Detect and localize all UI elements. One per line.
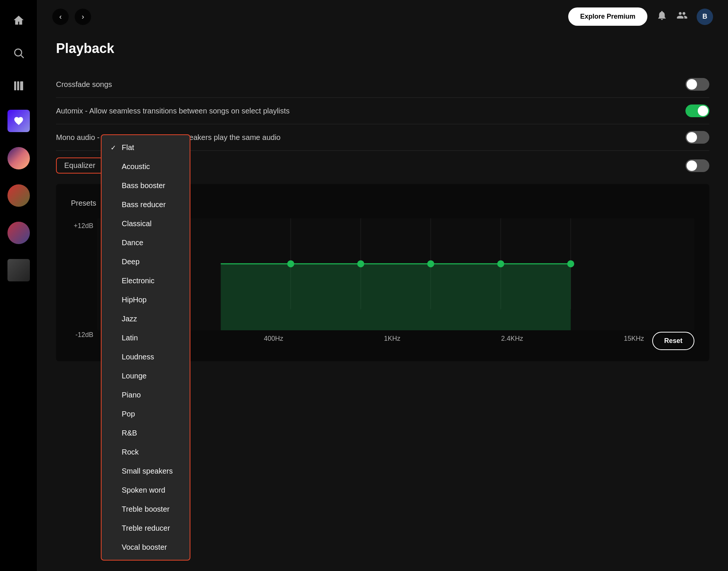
- preset-label-lounge: Lounge: [122, 372, 147, 380]
- preset-label-vocal-booster: Vocal booster: [122, 543, 167, 552]
- preset-item-vocal-booster[interactable]: Vocal booster: [102, 538, 190, 557]
- svg-rect-4: [20, 81, 23, 90]
- preset-item-deep[interactable]: Deep: [102, 252, 190, 271]
- equalizer-toggle-knob: [687, 160, 697, 171]
- sidebar-item-home[interactable]: [10, 11, 28, 29]
- preset-label-small-speakers: Small speakers: [122, 467, 173, 475]
- playlist-avatar-1[interactable]: [7, 147, 30, 169]
- eq-point-5[interactable]: [567, 260, 574, 268]
- automix-label: Automix - Allow seamless transitions bet…: [56, 107, 290, 115]
- sidebar: [0, 0, 37, 571]
- preset-label-flat: Flat: [122, 143, 134, 152]
- preset-item-classical[interactable]: Classical: [102, 214, 190, 233]
- eq-point-2[interactable]: [357, 260, 364, 268]
- freq-label-2: 400Hz: [264, 335, 283, 343]
- page-title: Playback: [56, 41, 709, 56]
- sidebar-item-library[interactable]: [10, 77, 28, 95]
- preset-item-piano[interactable]: Piano: [102, 386, 190, 405]
- explore-premium-button[interactable]: Explore Premium: [568, 7, 647, 26]
- svg-point-0: [15, 49, 22, 56]
- checkmark-icon: ✓: [111, 144, 118, 152]
- preset-label-pop: Pop: [122, 410, 135, 418]
- preset-label-bass-reducer: Bass reducer: [122, 200, 166, 209]
- preset-item-bass-booster[interactable]: Bass booster: [102, 176, 190, 195]
- nav-buttons: ‹ ›: [52, 9, 91, 25]
- topbar: ‹ › Explore Premium B: [37, 0, 728, 33]
- friends-icon[interactable]: [676, 10, 688, 24]
- svg-rect-2: [14, 81, 16, 90]
- crossfade-toggle-knob: [687, 79, 697, 90]
- preset-label-acoustic: Acoustic: [122, 162, 150, 171]
- preset-label-bass-booster: Bass booster: [122, 181, 165, 190]
- svg-rect-3: [17, 81, 19, 90]
- playlist-avatar-3[interactable]: [7, 222, 30, 244]
- freq-label-5: 15KHz: [624, 335, 644, 343]
- preset-item-flat[interactable]: ✓ Flat: [102, 138, 190, 157]
- preset-item-small-speakers[interactable]: Small speakers: [102, 462, 190, 481]
- back-button[interactable]: ‹: [52, 9, 69, 25]
- automix-setting: Automix - Allow seamless transitions bet…: [56, 98, 709, 124]
- preset-item-hiphop[interactable]: HipHop: [102, 290, 190, 309]
- liked-songs-button[interactable]: [7, 110, 30, 132]
- crossfade-setting: Crossfade songs: [56, 71, 709, 98]
- preset-label-rnb: R&B: [122, 429, 137, 437]
- presets-label: Presets: [71, 199, 96, 208]
- freq-label-3: 1KHz: [384, 335, 400, 343]
- db-low-label: -12dB: [71, 331, 93, 339]
- preset-item-latin[interactable]: Latin: [102, 328, 190, 347]
- crossfade-label: Crossfade songs: [56, 80, 112, 89]
- user-avatar[interactable]: B: [697, 9, 713, 25]
- preset-item-lounge[interactable]: Lounge: [102, 366, 190, 386]
- preset-label-electronic: Electronic: [122, 277, 155, 285]
- preset-label-latin: Latin: [122, 334, 138, 342]
- db-high-label: +12dB: [71, 222, 93, 230]
- notifications-icon[interactable]: [656, 10, 668, 24]
- equalizer-label[interactable]: Equalizer: [56, 157, 103, 174]
- preset-label-treble-booster: Treble booster: [122, 505, 169, 514]
- preset-item-treble-booster[interactable]: Treble booster: [102, 500, 190, 519]
- crossfade-toggle[interactable]: [685, 78, 709, 91]
- preset-item-electronic[interactable]: Electronic: [102, 271, 190, 290]
- preset-label-dance: Dance: [122, 238, 143, 247]
- preset-item-treble-reducer[interactable]: Treble reducer: [102, 519, 190, 538]
- preset-label-spoken-word: Spoken word: [122, 486, 165, 494]
- preset-item-pop[interactable]: Pop: [102, 405, 190, 424]
- presets-dropdown: ✓ Flat Acoustic Bass booster Bass reduce…: [101, 134, 190, 561]
- preset-label-treble-reducer: Treble reducer: [122, 524, 170, 533]
- preset-label-classical: Classical: [122, 219, 152, 228]
- mono-toggle-knob: [687, 132, 697, 143]
- preset-item-jazz[interactable]: Jazz: [102, 309, 190, 328]
- svg-line-1: [21, 55, 24, 58]
- preset-label-hiphop: HipHop: [122, 296, 147, 304]
- preset-item-dance[interactable]: Dance: [102, 233, 190, 252]
- preset-item-bass-reducer[interactable]: Bass reducer: [102, 195, 190, 214]
- preset-label-jazz: Jazz: [122, 315, 137, 323]
- preset-label-rock: Rock: [122, 448, 139, 456]
- preset-item-spoken-word[interactable]: Spoken word: [102, 481, 190, 500]
- automix-toggle[interactable]: [685, 104, 709, 117]
- preset-item-rnb[interactable]: R&B: [102, 424, 190, 443]
- sidebar-item-search[interactable]: [10, 44, 28, 62]
- eq-point-4[interactable]: [497, 260, 504, 268]
- eq-point-1[interactable]: [287, 260, 294, 268]
- freq-label-4: 2.4KHz: [501, 335, 523, 343]
- eq-point-3[interactable]: [427, 260, 434, 268]
- preset-label-deep: Deep: [122, 258, 140, 266]
- preset-item-loudness[interactable]: Loudness: [102, 347, 190, 366]
- playlist-avatar-2[interactable]: [7, 184, 30, 207]
- forward-button[interactable]: ›: [75, 9, 91, 25]
- preset-item-acoustic[interactable]: Acoustic: [102, 157, 190, 176]
- reset-button[interactable]: Reset: [652, 332, 694, 350]
- preset-label-piano: Piano: [122, 391, 141, 399]
- topbar-actions: Explore Premium B: [568, 7, 713, 26]
- equalizer-toggle[interactable]: [685, 159, 709, 172]
- preset-item-rock[interactable]: Rock: [102, 443, 190, 462]
- automix-toggle-knob: [698, 106, 708, 116]
- mono-toggle[interactable]: [685, 131, 709, 144]
- playlist-avatar-4[interactable]: [7, 259, 30, 281]
- preset-label-loudness: Loudness: [122, 353, 154, 361]
